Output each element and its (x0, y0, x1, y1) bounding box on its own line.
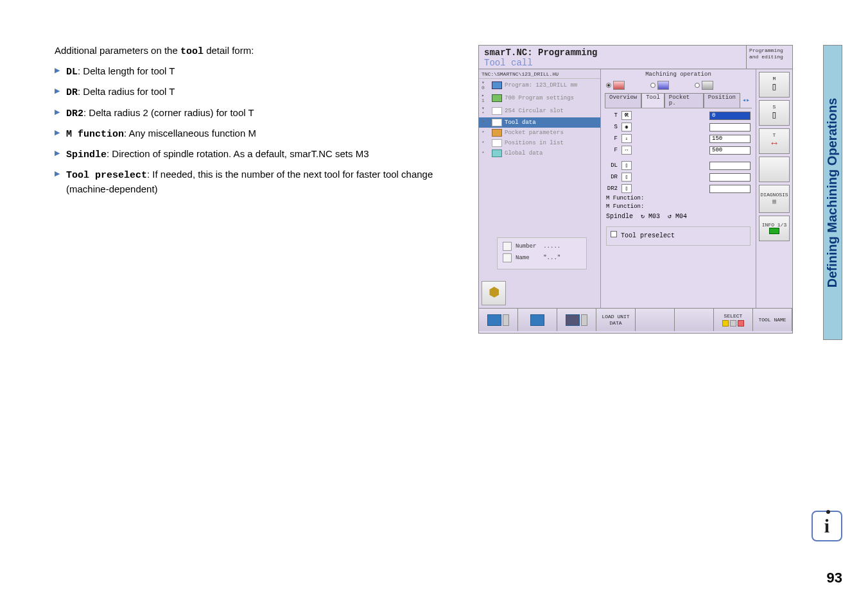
tree-path: TNC:\SMARTNC\123_DRILL.HU (479, 71, 600, 79)
bullet-desc: : Delta radius for tool T (78, 86, 175, 97)
t-side-btn[interactable]: T ↔ (759, 128, 790, 154)
dl-label: DL (606, 163, 618, 169)
sk3-icon (566, 314, 580, 326)
mfunc1-text: M Function: (606, 195, 644, 201)
sk5[interactable] (636, 309, 675, 331)
s-input[interactable] (709, 123, 751, 132)
tree-infobox: Number ..... Name "..." (497, 237, 587, 269)
t-input[interactable]: 0 (709, 112, 751, 120)
bullet-desc: : Any miscellaneous function M (124, 128, 256, 139)
tree-row-selected[interactable]: * Tool data (479, 117, 600, 128)
sidebar-icons: M ▯ S ▯ T ↔ DIAGNOSIS ▦ INFO 1/3 (756, 69, 792, 308)
bullet-item: DR2: Delta radius 2 (corner radius) for … (55, 106, 465, 121)
bullet-item: DR: Delta radius for tool T (55, 85, 465, 99)
ss-title-line1: smarT.NC: Programming (484, 48, 741, 57)
infobox-name-label: Name (516, 255, 530, 261)
sk-load-label: LOAD UNIT DATA (598, 314, 634, 326)
tab-position[interactable]: Position (704, 93, 740, 108)
tree-marker: * (482, 151, 489, 156)
radio-on[interactable] (606, 83, 611, 88)
tree-row[interactable]: ▸ 1 700 Program settings (479, 92, 600, 105)
tree-row[interactable]: * Positions in list (479, 138, 600, 148)
tree-label: 700 Program settings (505, 96, 574, 101)
form-panel: Machining operation Overview Tool Pocket… (601, 69, 756, 308)
tree-label: Tool data (505, 120, 536, 126)
intro-prefix: Additional parameters on the (55, 45, 180, 56)
cnc-screenshot: smarT.NC: Programming Tool call Programm… (478, 45, 793, 334)
tree-row[interactable]: * Global data (479, 148, 600, 158)
tree-label: Pocket parameters (505, 130, 564, 136)
radio-off[interactable] (650, 83, 655, 88)
f2-input[interactable]: 500 (709, 146, 751, 155)
sk3[interactable] (557, 309, 596, 331)
radio-off[interactable] (695, 83, 700, 88)
blank-side-btn[interactable] (759, 157, 790, 182)
dr2-input[interactable] (709, 185, 751, 193)
bullet-desc: : Direction of spindle rotation. As a de… (107, 148, 369, 159)
page-number: 93 (827, 570, 842, 586)
tree-marker: ▾ 0 (482, 80, 489, 90)
sk-toolname[interactable]: TOOL NAME (753, 309, 792, 331)
bullet-term: M function (66, 129, 124, 140)
m04-label: M04 (675, 214, 687, 220)
info-icon-button[interactable]: i (812, 511, 842, 541)
m04-icon: ↺ (668, 214, 672, 220)
op-icon-2 (657, 81, 669, 90)
ss-header: smarT.NC: Programming Tool call Programm… (479, 46, 792, 69)
form-title: Machining operation (602, 71, 754, 79)
dr-icon: ▯ (621, 173, 632, 182)
s-side-btn[interactable]: S ▯ (759, 100, 790, 126)
tree-marker: ▾ * (482, 106, 489, 116)
tab-tool[interactable]: Tool (641, 93, 664, 108)
bullet-term: Tool preselect (66, 170, 147, 181)
tooldata-icon (492, 119, 502, 126)
sk-load[interactable]: LOAD UNIT DATA (596, 309, 636, 331)
mfunc2-label: M Function: (602, 203, 754, 211)
diag-side-label: DIAGNOSIS (760, 192, 788, 198)
s-icon: ◉ (621, 123, 632, 132)
dl-input[interactable] (709, 162, 751, 170)
tab-scroll-icon[interactable]: ◂▸ (740, 98, 752, 104)
bullet-item: DL: Delta length for tool T (55, 65, 465, 79)
sk6[interactable] (675, 309, 714, 331)
section-heading: Defining Machining Operations (826, 98, 840, 287)
bullet-term: DR2 (66, 108, 83, 119)
tree-row[interactable]: * Pocket parameters (479, 128, 600, 138)
sk1-icon2 (503, 314, 509, 326)
sk1[interactable] (479, 309, 518, 331)
infobox-number-val: ..... (543, 243, 560, 250)
m-side-btn[interactable]: M ▯ (759, 72, 790, 98)
tab-pocket[interactable]: Pocket p. (664, 93, 704, 108)
infobox-name-val: "..." (543, 255, 560, 261)
f-input[interactable]: 150 (709, 135, 751, 143)
pocket-icon (492, 129, 502, 137)
f-icon: ⇣ (621, 134, 632, 143)
dr-input[interactable] (709, 173, 751, 182)
tree-marker: * (482, 120, 489, 125)
diagnosis-side-btn[interactable]: DIAGNOSIS ▦ (759, 185, 790, 213)
dr2-icon: ▯ (621, 184, 632, 193)
select-icon-1 (722, 320, 729, 327)
tool-preselect-checkbox[interactable] (611, 231, 617, 237)
machining-radio-row (602, 79, 754, 92)
intro-suffix: detail form: (204, 45, 254, 56)
tree-marker: ▸ 1 (482, 93, 489, 103)
cycle-icon (492, 107, 502, 115)
info-side-btn[interactable]: INFO 1/3 (759, 216, 790, 241)
tree-label: Global data (505, 151, 542, 157)
sk2[interactable] (518, 309, 557, 331)
dr2-label: DR2 (606, 186, 618, 192)
number-icon (503, 242, 512, 251)
tree-marker: * (482, 140, 489, 146)
t-label: T (606, 113, 618, 119)
mfunc1-label: M Function: (602, 194, 754, 203)
dr-label: DR (606, 174, 618, 180)
sk3-icon2 (581, 314, 587, 326)
tree-row[interactable]: ▾ * 254 Circular slot (479, 105, 600, 117)
tree-label: 254 Circular slot (505, 108, 564, 114)
sk-select[interactable]: SELECT (714, 309, 753, 331)
select-icon-2 (730, 320, 736, 327)
tree-label: Positions in list (505, 140, 564, 146)
tree-row[interactable]: ▾ 0 Program: 123_DRILL mm (479, 79, 600, 92)
tab-overview[interactable]: Overview (605, 93, 641, 108)
